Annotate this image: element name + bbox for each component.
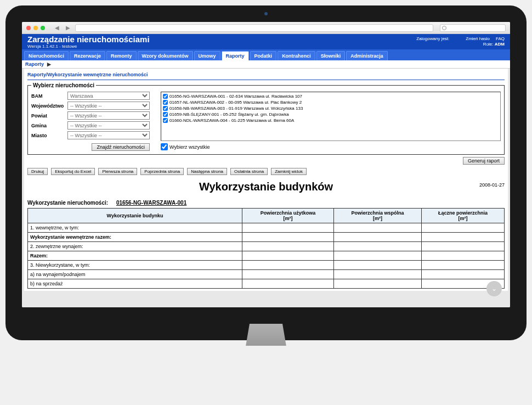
gmina-select[interactable]: -- Wszystkie -- [67, 121, 150, 130]
monitor-frame: ◀ ▶ Zarządzanie nieruchomościami Wersja … [5, 5, 527, 340]
property-checkbox[interactable] [163, 100, 168, 105]
miasto-select[interactable]: -- Wszystkie -- [67, 131, 150, 139]
property-label: 01656-NG-WARSZAWA-001 - 02-634 Warszawa … [169, 94, 302, 99]
property-label: 01659-NB-ŚLĘZANY-001 - 05-252 Ślężany ul… [169, 112, 289, 117]
table-row: 2. zewnętrzne wynajem: [28, 242, 505, 251]
bam-select[interactable]: Warszawa [67, 92, 150, 100]
app-version: Wersja 1.1.42.1 - testowe [27, 44, 150, 49]
row-value [242, 279, 334, 289]
table-row: 1. wewnętrzne, w tym: [28, 223, 505, 233]
report-subtitle-label: Wykorzystanie nieruchomości: [27, 200, 108, 206]
row-value [333, 270, 421, 279]
tab-kontrahenci[interactable]: Kontrahenci [278, 51, 315, 60]
row-value [333, 261, 421, 270]
tab-remonty[interactable]: Remonty [106, 51, 137, 60]
row-value [422, 233, 505, 242]
list-item[interactable]: 01659-NB-ŚLĘZANY-001 - 05-252 Ślężany ul… [162, 111, 499, 117]
search-input[interactable] [440, 24, 506, 32]
list-item[interactable]: 01658-NB-WARSZAWA-003 - 01-919 Warszawa … [162, 105, 499, 111]
property-label: 01657-NL-WARSZAWA-002 - 00-095 Warszawa … [169, 100, 302, 105]
tab-rezerwacje[interactable]: Rezerwacje [70, 51, 105, 60]
breadcrumb: Raporty/Wykorzystanie wewnętrzne nieruch… [27, 71, 505, 80]
report-table: Wykorzystanie budynku Powierzchnia użytk… [27, 208, 505, 289]
property-checkbox[interactable] [163, 112, 168, 117]
next-page-button[interactable]: Następna strona [187, 168, 227, 175]
row-desc: b) na sprzedaż [28, 279, 242, 289]
screen: ◀ ▶ Zarządzanie nieruchomościami Wersja … [22, 22, 510, 307]
tab-administracja[interactable]: Administracja [346, 51, 388, 60]
tab-umowy[interactable]: Umowy [194, 51, 220, 60]
row-value [333, 251, 421, 261]
maximize-window-icon[interactable] [41, 26, 45, 30]
close-view-button[interactable]: Zamknij widok [271, 168, 307, 175]
table-row: Wykorzystanie wewnętrzne razem: [28, 233, 505, 242]
filter-panel: Wybierz nieruchomości BAM Warszawa Wojew… [27, 82, 505, 155]
minimize-window-icon[interactable] [33, 26, 38, 30]
row-value [333, 233, 421, 242]
powiat-label: Powiat [31, 113, 64, 119]
list-item[interactable]: 01656-NG-WARSZAWA-001 - 02-634 Warszawa … [162, 93, 499, 99]
row-value [422, 251, 505, 261]
close-window-icon[interactable] [26, 26, 31, 30]
row-value [333, 279, 421, 289]
table-row: 3. Niewykorzystane, w tym: [28, 261, 505, 270]
app-title: Zarządzanie nieruchomościami [27, 35, 150, 44]
find-properties-button[interactable]: Znajdź nieruchomości [92, 143, 150, 151]
wojewodztwo-select[interactable]: -- Wszystkie -- [67, 102, 150, 110]
list-item[interactable]: 01657-NL-WARSZAWA-002 - 00-095 Warszawa … [162, 99, 499, 105]
bam-label: BAM [31, 93, 64, 99]
print-button[interactable]: Drukuj [27, 168, 48, 175]
app-header: Zarządzanie nieruchomościami Wersja 1.1.… [22, 34, 510, 49]
tab-słowniki[interactable]: Słowniki [316, 51, 346, 60]
row-desc: Razem: [28, 251, 242, 261]
report-date: 2008-01-27 [479, 182, 505, 188]
property-checkbox[interactable] [163, 118, 168, 123]
property-checkbox[interactable] [163, 94, 168, 99]
generate-report-button[interactable]: Generuj raport [463, 157, 505, 165]
row-value [242, 233, 334, 242]
prev-page-button[interactable]: Poprzednia strona [140, 168, 184, 175]
report-subtitle-value: 01656-NG-WARSZAWA-001 [116, 200, 186, 206]
filter-legend: Wybierz nieruchomości [31, 82, 96, 88]
role-value: ADM [495, 42, 505, 47]
powiat-select[interactable]: -- Wszystkie -- [67, 111, 150, 120]
table-row: Razem: [28, 251, 505, 261]
last-page-button[interactable]: Ostatnia strona [230, 168, 268, 175]
row-value [422, 242, 505, 251]
export-excel-button[interactable]: Eksportuj do Excel [51, 168, 95, 175]
scroll-down-icon[interactable]: ⌄ [486, 281, 502, 296]
tab-raporty[interactable]: Raporty [222, 51, 249, 60]
property-label: 01660-NDL-WARSZAWA-004 - 01-225 Warszawa… [169, 118, 294, 123]
window-controls [26, 26, 45, 30]
sub-nav: Raporty ▶ [22, 60, 510, 69]
back-icon[interactable]: ◀ [53, 24, 61, 32]
col-area-total: Łączne powierzchnia[m²] [422, 209, 505, 223]
forward-icon[interactable]: ▶ [64, 24, 72, 32]
tab-wzory-dokumentów[interactable]: Wzory dokumentów [138, 51, 193, 60]
row-value [242, 270, 334, 279]
property-checkbox[interactable] [163, 106, 168, 111]
row-desc: 1. wewnętrzne, w tym: [28, 223, 242, 233]
url-input[interactable] [75, 24, 433, 32]
row-value [242, 261, 334, 270]
tab-podatki[interactable]: Podatki [250, 51, 277, 60]
subtab-raporty[interactable]: Raporty [25, 61, 44, 67]
table-row: a) na wynajem/podnajem [28, 270, 505, 279]
main-tabs: NieruchomościRezerwacjeRemontyWzory doku… [22, 49, 510, 60]
list-item[interactable]: 01660-NDL-WARSZAWA-004 - 01-225 Warszawa… [162, 117, 499, 123]
first-page-button[interactable]: Pierwsza strona [98, 168, 137, 175]
tab-nieruchomości[interactable]: Nieruchomości [24, 51, 69, 60]
miasto-label: Miasto [31, 133, 64, 138]
table-row: b) na sprzedaż [28, 279, 505, 289]
select-all-checkbox[interactable] [161, 143, 168, 150]
logged-label: Zalogowany jest: [416, 36, 449, 42]
change-password-link[interactable]: Zmień hasło [466, 36, 490, 41]
property-label: 01658-NB-WARSZAWA-003 - 01-919 Warszawa … [169, 106, 303, 111]
faq-link[interactable]: FAQ [496, 36, 505, 41]
report-title: Wykorzystanie budynków [27, 176, 505, 198]
monitor-stand [222, 324, 310, 346]
role-label: Role: [483, 42, 494, 47]
chevron-right-icon: ▶ [47, 61, 51, 67]
properties-list[interactable]: 01656-NG-WARSZAWA-001 - 02-634 Warszawa … [161, 92, 501, 141]
col-area-usable: Powierzchnia użytkowa[m²] [242, 209, 334, 223]
